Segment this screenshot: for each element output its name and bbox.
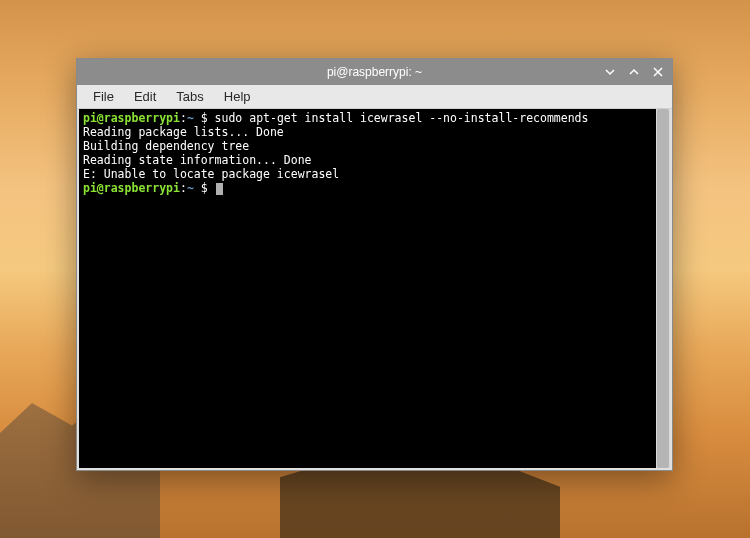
command-text: sudo apt-get install icewrasel --no-inst… xyxy=(215,111,589,125)
terminal-line: pi@raspberrypi:~ $ sudo apt-get install … xyxy=(83,111,652,125)
menu-help[interactable]: Help xyxy=(214,87,261,106)
menu-edit[interactable]: Edit xyxy=(124,87,166,106)
prompt-user: pi@raspberrypi xyxy=(83,181,180,195)
maximize-button[interactable] xyxy=(626,64,642,80)
scrollbar-thumb[interactable] xyxy=(657,109,669,468)
terminal-output: Reading state information... Done xyxy=(83,153,652,167)
terminal-window: pi@raspberrypi: ~ File Edit Tabs Help pi… xyxy=(76,58,673,471)
terminal-output: E: Unable to locate package icewrasel xyxy=(83,167,652,181)
prompt-path: ~ xyxy=(187,181,194,195)
chevron-up-icon xyxy=(629,67,639,77)
scrollbar[interactable] xyxy=(656,109,670,468)
prompt-colon: : xyxy=(180,111,187,125)
terminal-output: Building dependency tree xyxy=(83,139,652,153)
terminal-content[interactable]: pi@raspberrypi:~ $ sudo apt-get install … xyxy=(79,109,656,468)
menubar: File Edit Tabs Help xyxy=(77,85,672,109)
terminal-line: pi@raspberrypi:~ $ xyxy=(83,181,652,195)
titlebar-controls xyxy=(602,64,666,80)
prompt-path: ~ xyxy=(187,111,194,125)
chevron-down-icon xyxy=(605,67,615,77)
close-icon xyxy=(653,67,663,77)
menu-tabs[interactable]: Tabs xyxy=(166,87,213,106)
prompt-dollar: $ xyxy=(194,181,215,195)
window-title: pi@raspberrypi: ~ xyxy=(327,65,422,79)
cursor-icon xyxy=(216,183,223,195)
prompt-user: pi@raspberrypi xyxy=(83,111,180,125)
minimize-button[interactable] xyxy=(602,64,618,80)
terminal-container: pi@raspberrypi:~ $ sudo apt-get install … xyxy=(77,109,672,470)
prompt-colon: : xyxy=(180,181,187,195)
menu-file[interactable]: File xyxy=(83,87,124,106)
terminal-output: Reading package lists... Done xyxy=(83,125,652,139)
prompt-dollar: $ xyxy=(194,111,215,125)
titlebar[interactable]: pi@raspberrypi: ~ xyxy=(77,59,672,85)
close-button[interactable] xyxy=(650,64,666,80)
